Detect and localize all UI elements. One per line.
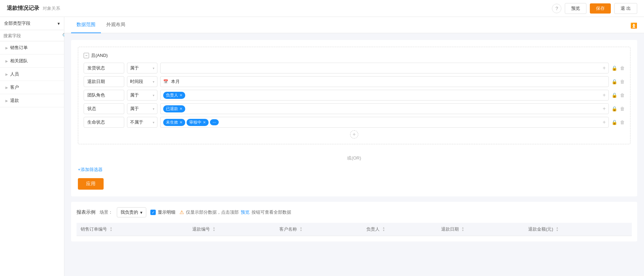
search-field-container: 🔍 — [0, 30, 64, 41]
sidebar-item-sales-order[interactable]: ▶ 销售订单 — [0, 41, 64, 55]
filter-op-4[interactable]: 属于 ▾ — [127, 103, 157, 114]
tag-more[interactable]: ··· — [210, 119, 219, 125]
filter-op-label-3: 属于 — [130, 92, 139, 98]
filter-value-1[interactable]: + — [160, 63, 609, 73]
sort-icons[interactable]: ▲ ▼ — [213, 227, 215, 232]
help-button[interactable]: ? — [552, 4, 561, 13]
filter-row-5: 生命状态 不属于 ▾ 未生效 ✕ 审 — [84, 117, 625, 128]
col-label: 退款编号 — [192, 226, 210, 232]
exit-button[interactable]: 退 出 — [614, 3, 637, 14]
lock-icon[interactable]: 🔒 — [611, 120, 617, 125]
header-actions: ? 预览 保存 退 出 — [552, 3, 637, 14]
lock-icon[interactable]: 🔒 — [611, 65, 617, 71]
sidebar-nav: ▶ 销售订单 ▶ 相关团队 ▶ 人员 ▶ 客户 ▶ 退款 — [0, 41, 64, 276]
sidebar-item-label: 销售订单 — [10, 45, 28, 51]
delete-icon[interactable]: 🗑 — [620, 106, 625, 111]
chevron-down-icon: ▾ — [153, 121, 154, 124]
sort-icons[interactable]: ▲ ▼ — [382, 227, 385, 232]
tabs: 数据范围 外观布局 ⏫ — [64, 17, 644, 33]
save-button[interactable]: 保存 — [590, 3, 611, 14]
and-text: 且(AND) — [91, 52, 108, 59]
sort-icons[interactable]: ▲ ▼ — [300, 227, 302, 232]
filter-value-3[interactable]: 负责人 ✕ + — [160, 90, 609, 101]
sidebar-item-person[interactable]: ▶ 人员 — [0, 68, 64, 81]
filter-section: − 且(AND) 发货状态 属于 ▾ + — [71, 40, 637, 196]
col-label: 退款金额(元) — [528, 226, 553, 232]
tab-layout[interactable]: 外观布局 — [101, 17, 131, 33]
page-title: 退款情况记录 — [7, 5, 39, 12]
scene-select[interactable]: 我负责的 ▾ — [117, 207, 146, 217]
or-divider: 或(OR) — [78, 150, 630, 167]
add-value-icon[interactable]: + — [603, 65, 606, 71]
sort-icons[interactable]: ▲ ▼ — [556, 227, 559, 232]
filter-op-1[interactable]: 属于 ▾ — [127, 63, 157, 73]
partial-warning: ⚠ 仅显示部分数据，点击顶部 预览 按钮可查看全部数据 — [179, 209, 291, 215]
lock-icon[interactable]: 🔒 — [611, 92, 617, 98]
report-header: 报表示例 场景： 我负责的 ▾ 显示明细 ⚠ 仅显示部分数据，点击顶部 — [77, 207, 632, 217]
filter-op-5[interactable]: 不属于 ▾ — [127, 117, 157, 128]
type-selector[interactable]: 全部类型字段 ▾ — [0, 17, 64, 30]
preview-button[interactable]: 预览 — [565, 3, 586, 14]
col-label: 退款日期 — [441, 226, 459, 232]
warning-text2: 按钮可查看全部数据 — [252, 209, 291, 215]
tag-not-effective: 未生效 ✕ — [163, 119, 185, 126]
sort-down-icon: ▼ — [213, 229, 215, 232]
chevron-down-icon: ▾ — [58, 21, 60, 26]
arrow-icon: ▶ — [5, 46, 8, 50]
tag-close-icon[interactable]: ✕ — [179, 120, 183, 125]
arrow-icon: ▶ — [5, 72, 8, 76]
sidebar-item-customer[interactable]: ▶ 客户 — [0, 81, 64, 94]
col-customer: 客户名称 ▲ ▼ — [275, 223, 362, 236]
filter-actions-5: 🔒 🗑 — [611, 120, 625, 125]
show-detail-checkbox[interactable]: 显示明细 — [150, 209, 175, 215]
col-sales-order: 销售订单编号 ▲ ▼ — [77, 223, 188, 236]
content: − 且(AND) 发货状态 属于 ▾ + — [64, 33, 644, 276]
delete-icon[interactable]: 🗑 — [620, 120, 625, 125]
warning-preview-link[interactable]: 预览 — [241, 209, 250, 215]
or-label: 或(OR) — [347, 155, 361, 161]
filter-actions-2: 🔒 🗑 — [611, 79, 625, 84]
lock-icon[interactable]: 🔒 — [611, 79, 617, 84]
add-filter-link[interactable]: +添加筛选器 — [78, 167, 630, 173]
apply-button[interactable]: 应用 — [78, 178, 104, 190]
sort-down-icon: ▼ — [382, 229, 385, 232]
tag-close-icon[interactable]: ✕ — [179, 107, 183, 111]
tag-label: 负责人 — [166, 92, 178, 98]
sidebar-item-related-team[interactable]: ▶ 相关团队 — [0, 55, 64, 68]
col-label: 销售订单编号 — [81, 226, 107, 232]
table-header-row: 销售订单编号 ▲ ▼ — [77, 223, 632, 236]
tag-close-icon[interactable]: ✕ — [203, 120, 206, 125]
delete-icon[interactable]: 🗑 — [620, 65, 625, 71]
and-minus-button[interactable]: − — [84, 53, 89, 58]
arrow-icon: ▶ — [5, 59, 8, 63]
delete-icon[interactable]: 🗑 — [620, 92, 625, 98]
add-value-icon[interactable]: + — [603, 119, 606, 125]
report-label: 报表示例 — [77, 209, 95, 215]
add-value-icon[interactable]: + — [603, 92, 606, 98]
more-label: ··· — [213, 120, 216, 125]
filter-op-2[interactable]: 时间段 ▾ — [127, 76, 157, 87]
sidebar-item-label: 相关团队 — [10, 58, 28, 64]
sidebar-item-refund[interactable]: ▶ 退款 — [0, 94, 64, 107]
add-condition-button[interactable]: + — [350, 130, 358, 139]
lock-icon[interactable]: 🔒 — [611, 106, 617, 111]
tab-data-range[interactable]: 数据范围 — [71, 17, 101, 33]
scene-value: 我负责的 — [121, 209, 138, 215]
report-section: 报表示例 场景： 我负责的 ▾ 显示明细 ⚠ 仅显示部分数据，点击顶部 — [71, 202, 637, 241]
sort-icons[interactable]: ▲ ▼ — [461, 227, 464, 232]
sort-icons[interactable]: ▲ ▼ — [110, 227, 112, 232]
collapse-icon[interactable]: ⏫ — [630, 22, 637, 29]
report-table: 销售订单编号 ▲ ▼ — [77, 223, 632, 236]
warning-text: 仅显示部分数据，点击顶部 — [186, 209, 239, 215]
delete-icon[interactable]: 🗑 — [620, 79, 625, 84]
tag-close-icon[interactable]: ✕ — [179, 93, 183, 98]
search-input[interactable] — [3, 33, 60, 38]
filter-op-3[interactable]: 属于 ▾ — [127, 90, 157, 101]
checkbox-icon[interactable] — [150, 210, 156, 215]
filter-value-4[interactable]: 已退款 ✕ + — [160, 103, 609, 114]
chevron-down-icon: ▾ — [153, 107, 154, 111]
filter-actions-1: 🔒 🗑 — [611, 65, 625, 71]
filter-value-2[interactable]: 📅 本月 — [160, 76, 609, 87]
add-value-icon[interactable]: + — [603, 106, 606, 112]
filter-value-5[interactable]: 未生效 ✕ 审核中 ✕ ··· + — [160, 117, 609, 128]
